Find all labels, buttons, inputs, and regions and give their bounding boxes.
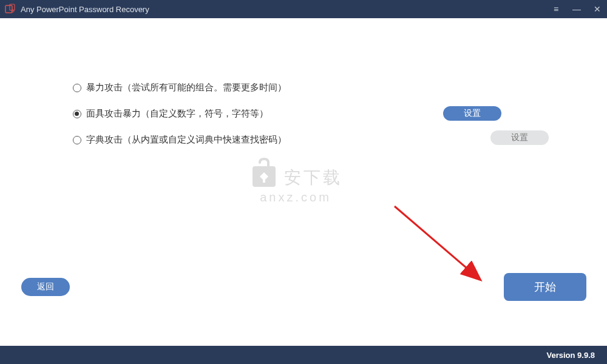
attack-options: 暴力攻击（尝试所有可能的组合。需要更多时间） 面具攻击暴力（自定义数字，符号，字… <box>73 82 287 146</box>
button-label: 设置 <box>511 132 528 143</box>
radio-icon[interactable] <box>73 110 81 118</box>
svg-rect-0 <box>5 5 12 13</box>
option-brute-force[interactable]: 暴力攻击（尝试所有可能的组合。需要更多时间） <box>73 82 287 93</box>
watermark-line2: anxz.com <box>249 190 342 204</box>
radio-icon[interactable] <box>73 84 81 92</box>
option-label: 暴力攻击（尝试所有可能的组合。需要更多时间） <box>86 82 287 93</box>
option-label: 字典攻击（从内置或自定义词典中快速查找密码） <box>86 134 287 146</box>
button-label: 设置 <box>464 108 481 119</box>
minimize-icon[interactable]: — <box>572 5 582 13</box>
app-icon <box>5 4 16 15</box>
arrow-annotation <box>388 200 498 297</box>
window-controls: ≡ — ✕ <box>551 5 602 13</box>
titlebar-left: Any PowerPoint Password Recovery <box>5 4 149 15</box>
button-label: 开始 <box>534 280 556 294</box>
watermark: 安下载 anxz.com <box>249 158 342 204</box>
footer: Version 9.9.8 <box>0 346 607 364</box>
menu-icon[interactable]: ≡ <box>551 5 561 13</box>
close-icon[interactable]: ✕ <box>592 5 602 13</box>
settings-button-dictionary: 设置 <box>490 130 549 145</box>
version-label: Version 9.9.8 <box>547 351 595 360</box>
settings-button-mask[interactable]: 设置 <box>443 106 501 121</box>
option-mask-attack[interactable]: 面具攻击暴力（自定义数字，符号，字符等） <box>73 108 287 120</box>
titlebar: Any PowerPoint Password Recovery ≡ — ✕ <box>0 0 607 18</box>
svg-rect-3 <box>253 166 276 187</box>
option-dictionary[interactable]: 字典攻击（从内置或自定义词典中快速查找密码） <box>73 134 287 146</box>
button-label: 返回 <box>37 281 54 292</box>
watermark-line1: 安下载 <box>284 166 342 189</box>
watermark-icon: 安下载 <box>249 158 342 189</box>
svg-rect-4 <box>263 178 265 183</box>
app-title: Any PowerPoint Password Recovery <box>21 5 149 14</box>
main-panel: 暴力攻击（尝试所有可能的组合。需要更多时间） 面具攻击暴力（自定义数字，符号，字… <box>0 18 607 346</box>
radio-icon[interactable] <box>73 136 81 144</box>
back-button[interactable]: 返回 <box>21 278 70 296</box>
option-label: 面具攻击暴力（自定义数字，符号，字符等） <box>86 108 268 120</box>
start-button[interactable]: 开始 <box>504 273 586 301</box>
svg-line-6 <box>395 206 480 279</box>
